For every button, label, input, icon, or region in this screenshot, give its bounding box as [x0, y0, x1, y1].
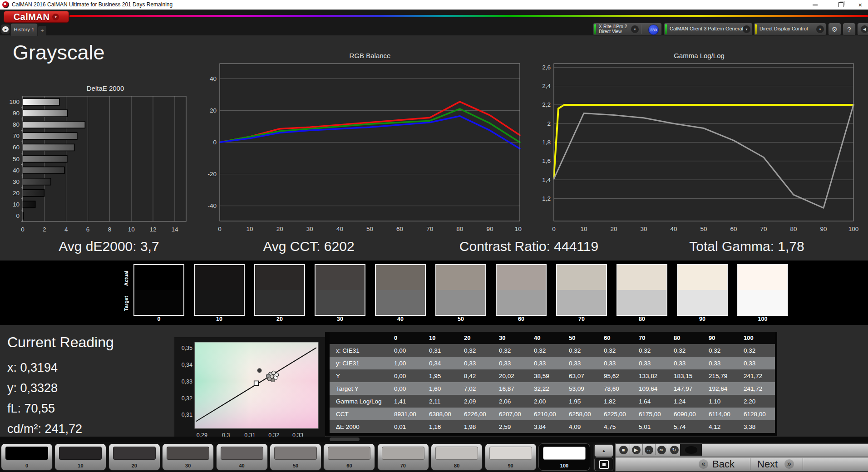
grayscale-swatch-0: [133, 264, 184, 316]
levels-expand-button[interactable]: ▲: [594, 444, 613, 457]
next-button[interactable]: Next: [757, 458, 778, 471]
display-control-dropdown[interactable]: Direct Display Control ▼: [754, 23, 826, 36]
table-cell: 0,00: [390, 344, 425, 357]
calman-menu-button[interactable]: CalMAN ▼: [4, 11, 69, 23]
stop-button[interactable]: ■: [617, 444, 630, 455]
horizontal-scrollbar[interactable]: [0, 437, 868, 442]
level-button-20[interactable]: 20: [108, 443, 160, 471]
table-cell: 0,33: [495, 357, 530, 369]
tab-history-1[interactable]: History 1: [10, 23, 38, 36]
table-cell: 183,15: [670, 369, 705, 382]
pattern-toggle-zone[interactable]: [680, 444, 702, 456]
maximize-button[interactable]: [833, 0, 848, 10]
infinity-button[interactable]: ∞: [655, 444, 668, 455]
swatch-label: 20: [254, 316, 305, 323]
svg-text:2,2: 2,2: [542, 101, 551, 108]
svg-text:DeltaE 2000: DeltaE 2000: [87, 84, 124, 92]
svg-text:0: 0: [21, 226, 25, 233]
svg-text:1,4: 1,4: [542, 177, 551, 183]
swatch-label: 70: [556, 316, 607, 323]
level-button-90[interactable]: 90: [485, 443, 537, 471]
svg-text:0: 0: [213, 139, 217, 146]
chevron-down-icon[interactable]: ▼: [743, 25, 750, 33]
workflow-nav-button[interactable]: ▶: [1, 25, 10, 34]
level-label: 10: [55, 463, 106, 468]
refresh-button[interactable]: ↻: [668, 444, 681, 455]
current-reading-title: Current Reading: [7, 334, 114, 351]
svg-text:12: 12: [149, 226, 156, 233]
page-title: Grayscale: [13, 41, 105, 64]
play-arrow-icon: ▶: [2, 26, 9, 32]
svg-text:70: 70: [760, 226, 767, 232]
display-status-indicator: [755, 24, 757, 34]
table-cell: 16,87: [495, 382, 530, 395]
level-button-10[interactable]: 10: [54, 443, 106, 471]
target-patch: [255, 290, 304, 315]
table-cell: 6207,00: [495, 408, 530, 420]
collapse-toolbar-button[interactable]: ◀: [857, 23, 868, 36]
settings-button[interactable]: ⚙: [828, 23, 841, 36]
minimize-button[interactable]: [807, 0, 823, 10]
table-cell: 0,32: [600, 344, 635, 357]
swatch-label: 100: [737, 316, 788, 323]
add-tab-button[interactable]: +: [38, 26, 46, 35]
stat-avg-de2000: Avg dE2000: 3,7: [27, 236, 191, 257]
table-cell: 1,60: [425, 382, 460, 395]
back-button[interactable]: Back: [712, 458, 735, 471]
grayscale-swatch-90: [677, 264, 728, 316]
actual-patch: [255, 265, 304, 290]
level-button-80[interactable]: 80: [431, 443, 483, 471]
level-button-100[interactable]: 100: [538, 443, 590, 471]
row-label: y: CIE31: [330, 357, 390, 369]
play-button[interactable]: ▶: [630, 444, 643, 455]
table-cell: 0,32: [565, 344, 600, 357]
chevron-down-icon[interactable]: ▼: [631, 25, 639, 33]
level-button-30[interactable]: 30: [162, 443, 214, 471]
back-chevrons-icon[interactable]: «: [699, 459, 708, 469]
table-cell: 0,00: [390, 369, 425, 382]
arrow-up-icon: ▲: [602, 448, 606, 453]
meter-mode: Direct View: [599, 29, 621, 34]
level-swatch: [489, 447, 532, 460]
table-cell: 2,09: [460, 395, 495, 408]
level-button-40[interactable]: 40: [216, 443, 268, 471]
close-icon: ×: [858, 1, 863, 8]
swatch-label: 30: [315, 316, 365, 323]
level-button-70[interactable]: 70: [377, 443, 429, 471]
level-label: 70: [378, 463, 429, 468]
help-button[interactable]: ?: [843, 23, 856, 36]
tab-row: ▶ History 1 + X-Rite i1Pro 2Direct View …: [0, 23, 868, 35]
scrollbar-handle[interactable]: [330, 438, 360, 441]
close-button[interactable]: ×: [853, 0, 868, 10]
meter-dropdown[interactable]: X-Rite i1Pro 2Direct View ▼ 239: [593, 23, 662, 36]
pattern-window-button[interactable]: [594, 457, 613, 471]
svg-text:20: 20: [13, 190, 20, 197]
svg-text:RGB Balance: RGB Balance: [350, 52, 391, 59]
pattern-toggle-icon: [685, 446, 697, 454]
pattern-level-bar: 0 10 20 30 40 50 60: [0, 442, 868, 472]
svg-text:40: 40: [336, 226, 343, 232]
chevron-down-icon[interactable]: ▼: [816, 25, 824, 33]
target-patch: [134, 290, 183, 315]
grayscale-swatch-40: [375, 264, 426, 316]
level-button-0[interactable]: 0: [1, 443, 53, 471]
table-cell: 1,98: [460, 420, 495, 433]
table-cell: 0,33: [530, 357, 565, 369]
resize-button[interactable]: ↔: [642, 444, 656, 455]
svg-text:50: 50: [700, 226, 707, 232]
pattern-generator-dropdown[interactable]: CalMAN Client 3 Pattern Generator ▼: [664, 23, 753, 36]
grayscale-swatch-10: [194, 264, 245, 316]
swatch-label: 0: [133, 316, 184, 323]
meter-count-badge[interactable]: 239: [648, 25, 659, 35]
target-patch: [316, 290, 365, 315]
level-button-60[interactable]: 60: [323, 443, 375, 471]
column-header: 70: [635, 332, 670, 344]
table-cell: 0,33: [670, 357, 705, 369]
table-cell: 20,02: [495, 369, 530, 382]
svg-text:70: 70: [13, 133, 20, 139]
table-cell: 4,75: [600, 420, 635, 433]
target-patch: [195, 290, 244, 315]
next-chevrons-icon[interactable]: »: [784, 459, 794, 469]
resize-icon: ↔: [645, 446, 653, 454]
level-button-50[interactable]: 50: [270, 443, 321, 471]
